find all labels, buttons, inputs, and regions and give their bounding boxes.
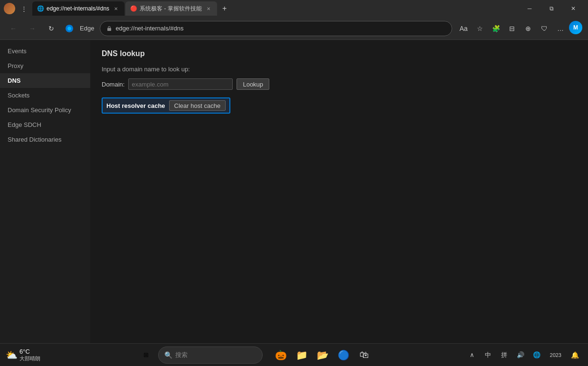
- read-aloud-button[interactable]: Aa: [456, 21, 471, 36]
- domain-label: Domain:: [102, 81, 124, 88]
- forward-button[interactable]: →: [25, 21, 40, 36]
- ime2-label: 拼: [501, 351, 507, 359]
- ime2-icon[interactable]: 拼: [497, 347, 512, 363]
- sidebar-item-domain-security-policy[interactable]: Domain Security Policy: [0, 103, 90, 117]
- navbar: ← → ↻ Edge edge://net-internals/#dns Aa …: [0, 17, 588, 40]
- sidebar-item-events[interactable]: Events: [0, 44, 90, 58]
- sidebar-item-dns-label: DNS: [8, 77, 20, 84]
- network-glyph: 🌐: [533, 351, 541, 358]
- tab-dns[interactable]: 🌐 edge://net-internals/#dns ✕: [32, 1, 124, 16]
- files-icon: 📁: [296, 349, 308, 361]
- new-tab-button[interactable]: +: [218, 2, 231, 15]
- volume-icon[interactable]: 🔊: [513, 347, 528, 363]
- sidebar-item-proxy-label: Proxy: [8, 62, 23, 69]
- tab-favicon-xitaijike: 🔴: [130, 5, 137, 12]
- clear-host-cache-button[interactable]: Clear host cache: [169, 100, 226, 111]
- volume-glyph: 🔊: [517, 351, 524, 358]
- page-title: DNS lookup: [102, 49, 577, 58]
- sidebar-item-shared-dictionaries[interactable]: Shared Dictionaries: [0, 132, 90, 147]
- store-icon: 🛍: [360, 349, 369, 360]
- settings-more-button[interactable]: …: [553, 21, 568, 36]
- edge-logo-icon: [65, 24, 74, 33]
- weather-temp: 6°C: [19, 348, 40, 355]
- browser-essentials-button[interactable]: 🛡: [537, 21, 552, 36]
- taskbar-app-files[interactable]: 📁: [292, 346, 311, 365]
- sidebar-item-edge-sdch[interactable]: Edge SDCH: [0, 117, 90, 132]
- notification-icon: 🔔: [571, 351, 579, 359]
- address-bar[interactable]: edge://net-internals/#dns: [100, 21, 452, 36]
- sidebar-item-sockets-label: Sockets: [8, 92, 29, 99]
- taskbar-app-halloween[interactable]: 🎃: [271, 346, 290, 365]
- notification-button[interactable]: 🔔: [567, 347, 582, 363]
- weather-desc: 大部晴朗: [19, 355, 40, 362]
- restore-button[interactable]: ⧉: [541, 1, 562, 16]
- minimize-button[interactable]: ─: [519, 1, 541, 16]
- ime-label: 中: [485, 351, 491, 359]
- lookup-button[interactable]: Lookup: [237, 78, 269, 90]
- weather-info: 6°C 大部晴朗: [19, 348, 40, 362]
- tab-xitaijike[interactable]: 🔴 系统极客 - 掌握软件技能 ✕: [125, 1, 217, 16]
- window-controls: ─ ⧉ ✕: [519, 1, 584, 16]
- extensions-button[interactable]: 🧩: [488, 21, 503, 36]
- search-placeholder-text: 搜索: [175, 351, 188, 359]
- clock-widget[interactable]: 2023: [548, 351, 563, 359]
- tab-close-xitaijike[interactable]: ✕: [205, 5, 212, 12]
- sidebar-item-dns[interactable]: DNS: [0, 73, 90, 88]
- taskbar-left: ⛅ 6°C 大部晴朗: [6, 348, 46, 362]
- svg-rect-0: [107, 28, 111, 31]
- close-button[interactable]: ✕: [562, 1, 584, 16]
- edge-label: Edge: [80, 25, 94, 32]
- cache-label: Host resolver cache: [106, 102, 165, 109]
- search-icon: 🔍: [164, 351, 172, 359]
- taskbar-app-store[interactable]: 🛍: [355, 346, 374, 365]
- copilot-button[interactable]: M: [569, 21, 582, 34]
- explorer-icon: 📂: [317, 349, 329, 361]
- sidebar-item-dsp-label: Domain Security Policy: [8, 106, 71, 114]
- add-favorites-button[interactable]: ⊕: [521, 21, 536, 36]
- tab-favicon-dns: 🌐: [37, 5, 44, 12]
- titlebar: ⋮ 🌐 edge://net-internals/#dns ✕ 🔴 系统极客 -…: [0, 0, 588, 17]
- sidebar-toggle-button[interactable]: ⋮: [19, 4, 28, 13]
- back-button[interactable]: ←: [6, 21, 21, 36]
- search-bar[interactable]: 🔍 搜索: [158, 347, 263, 364]
- sidebar-item-shared-dict-label: Shared Dictionaries: [8, 136, 61, 143]
- show-hidden-icons-button[interactable]: ∧: [465, 347, 480, 363]
- taskbar-right: ∧ 中 拼 🔊 🌐 2023 🔔: [465, 347, 582, 363]
- domain-input[interactable]: [128, 78, 233, 90]
- lock-icon: [106, 25, 113, 32]
- refresh-button[interactable]: ↻: [44, 21, 59, 36]
- halloween-icon: 🎃: [275, 349, 287, 361]
- clock-time: 2023: [550, 352, 561, 358]
- favorites-button[interactable]: ☆: [472, 21, 487, 36]
- split-screen-button[interactable]: ⊟: [504, 21, 520, 36]
- network-icon[interactable]: 🌐: [529, 347, 544, 363]
- tab-strip: 🌐 edge://net-internals/#dns ✕ 🔴 系统极客 - 掌…: [32, 1, 515, 16]
- main-layout: Events Proxy DNS Sockets Domain Security…: [0, 40, 588, 343]
- weather-icon: ⛅: [6, 349, 18, 361]
- weather-widget[interactable]: ⛅ 6°C 大部晴朗: [6, 348, 40, 362]
- sidebar-item-events-label: Events: [8, 48, 27, 55]
- sidebar-item-edge-sdch-label: Edge SDCH: [8, 121, 41, 128]
- lookup-subtitle: Input a domain name to look up:: [102, 66, 577, 73]
- sidebar: Events Proxy DNS Sockets Domain Security…: [0, 40, 90, 343]
- cache-section: Host resolver cache Clear host cache: [102, 97, 230, 114]
- sidebar-item-proxy[interactable]: Proxy: [0, 58, 90, 73]
- content-area: DNS lookup Input a domain name to look u…: [90, 40, 588, 343]
- taskbar-app-explorer[interactable]: 📂: [313, 346, 332, 365]
- system-tray: ∧ 中 拼 🔊 🌐: [465, 347, 544, 363]
- taskbar-app-icons: 🎃 📁 📂 🔵 🛍: [271, 346, 374, 365]
- sidebar-item-sockets[interactable]: Sockets: [0, 88, 90, 103]
- taskbar: ⛅ 6°C 大部晴朗 ⊞ 🔍 搜索 🎃 📁 📂 🔵: [0, 343, 588, 366]
- tab-title-xitaijike: 系统极客 - 掌握软件技能: [140, 5, 202, 13]
- start-button[interactable]: ⊞: [136, 346, 155, 365]
- taskbar-app-edge[interactable]: 🔵: [334, 346, 353, 365]
- tab-close-dns[interactable]: ✕: [112, 5, 120, 12]
- tab-title-dns: edge://net-internals/#dns: [47, 5, 109, 12]
- avatar[interactable]: [4, 3, 15, 14]
- navbar-icons: Aa ☆ 🧩 ⊟ ⊕ 🛡 … M: [456, 21, 582, 36]
- address-text: edge://net-internals/#dns: [115, 25, 183, 32]
- chevron-up-icon: ∧: [470, 351, 474, 358]
- taskbar-center: ⊞ 🔍 搜索 🎃 📁 📂 🔵 🛍: [46, 346, 465, 365]
- edge-taskbar-icon: 🔵: [338, 349, 350, 361]
- ime-icon[interactable]: 中: [481, 347, 496, 363]
